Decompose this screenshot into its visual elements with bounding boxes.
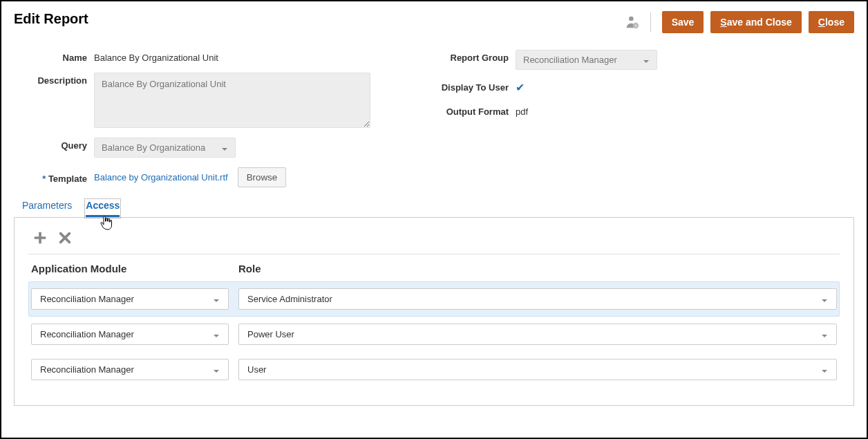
module-select[interactable]: Reconciliation Manager bbox=[31, 324, 229, 345]
display-to-user-check-icon: ✔ bbox=[516, 80, 525, 94]
chevron-down-icon bbox=[221, 144, 228, 151]
description-label: Description bbox=[22, 73, 87, 86]
svg-point-0 bbox=[629, 17, 634, 21]
delete-icon[interactable] bbox=[57, 230, 73, 245]
query-select-value: Balance By Organizationa bbox=[102, 142, 205, 153]
close-button[interactable]: Close bbox=[809, 11, 854, 33]
query-label: Query bbox=[22, 138, 87, 151]
tab-parameters[interactable]: Parameters bbox=[22, 200, 72, 217]
query-select[interactable]: Balance By Organizationa bbox=[94, 138, 236, 158]
header-divider bbox=[650, 12, 651, 32]
chevron-down-icon bbox=[821, 296, 828, 303]
template-label: Template bbox=[22, 171, 87, 184]
output-format-label: Output Format bbox=[426, 104, 509, 117]
chevron-down-icon bbox=[821, 331, 828, 338]
report-group-label: Report Group bbox=[426, 50, 509, 63]
table-row[interactable]: Reconciliation Manager Power User bbox=[28, 317, 840, 352]
display-to-user-label: Display To User bbox=[426, 80, 509, 93]
description-textarea[interactable] bbox=[94, 73, 370, 128]
save-and-close-button[interactable]: Save and Close bbox=[710, 11, 802, 33]
user-help-icon[interactable]: ? bbox=[625, 15, 639, 29]
add-icon[interactable] bbox=[32, 230, 48, 245]
chevron-down-icon bbox=[213, 366, 220, 373]
module-value: Reconciliation Manager bbox=[40, 364, 134, 375]
column-header-module: Application Module bbox=[31, 263, 238, 274]
report-group-select[interactable]: Reconciliation Manager bbox=[516, 50, 657, 70]
toolbar-divider bbox=[28, 254, 840, 254]
name-label: Name bbox=[22, 50, 87, 63]
save-button[interactable]: Save bbox=[662, 11, 704, 33]
browse-button[interactable]: Browse bbox=[238, 167, 286, 187]
name-value: Balance By Organizational Unit bbox=[94, 50, 218, 63]
column-header-role: Role bbox=[238, 263, 837, 274]
tab-access[interactable]: Access bbox=[86, 200, 120, 217]
access-panel: Application Module Role Reconciliation M… bbox=[14, 217, 854, 406]
module-value: Reconciliation Manager bbox=[40, 294, 134, 304]
template-link[interactable]: Balance by Organizational Unit.rtf bbox=[94, 172, 228, 183]
module-value: Reconciliation Manager bbox=[40, 329, 134, 339]
chevron-down-icon bbox=[213, 296, 220, 303]
role-select[interactable]: User bbox=[238, 359, 837, 380]
page-title: Edit Report bbox=[14, 11, 88, 27]
role-select[interactable]: Service Administrator bbox=[238, 288, 837, 310]
role-value: Power User bbox=[247, 329, 294, 339]
role-value: Service Administrator bbox=[247, 294, 332, 304]
chevron-down-icon bbox=[643, 57, 650, 64]
module-select[interactable]: Reconciliation Manager bbox=[31, 288, 229, 310]
output-format-value: pdf bbox=[516, 104, 528, 117]
role-value: User bbox=[247, 364, 266, 375]
chevron-down-icon bbox=[213, 331, 220, 338]
table-row[interactable]: Reconciliation Manager Service Administr… bbox=[28, 281, 840, 317]
module-select[interactable]: Reconciliation Manager bbox=[31, 359, 229, 380]
role-select[interactable]: Power User bbox=[238, 324, 837, 345]
chevron-down-icon bbox=[821, 366, 828, 373]
report-group-value: Reconciliation Manager bbox=[523, 55, 617, 65]
table-row[interactable]: Reconciliation Manager User bbox=[28, 352, 840, 387]
